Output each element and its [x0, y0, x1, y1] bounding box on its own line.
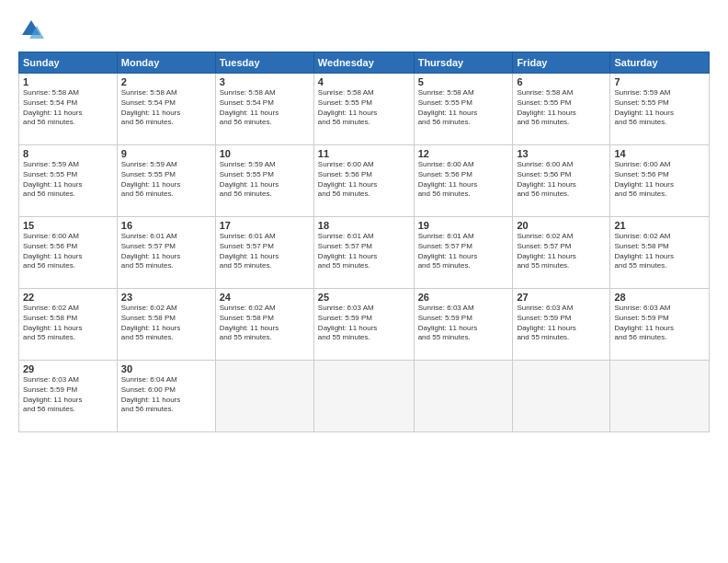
- calendar-cell: 1Sunrise: 5:58 AM Sunset: 5:54 PM Daylig…: [19, 74, 118, 145]
- day-number: 29: [23, 363, 113, 374]
- day-info: Sunrise: 6:00 AM Sunset: 5:56 PM Dayligh…: [318, 160, 410, 200]
- calendar-cell: 6Sunrise: 5:58 AM Sunset: 5:55 PM Daylig…: [513, 74, 610, 145]
- calendar-cell: [513, 361, 610, 432]
- day-info: Sunrise: 5:59 AM Sunset: 5:55 PM Dayligh…: [220, 160, 310, 200]
- day-number: 24: [220, 292, 310, 303]
- day-number: 1: [23, 76, 113, 87]
- day-info: Sunrise: 6:00 AM Sunset: 5:56 PM Dayligh…: [23, 232, 113, 271]
- day-info: Sunrise: 6:02 AM Sunset: 5:57 PM Dayligh…: [517, 232, 606, 271]
- day-info: Sunrise: 6:03 AM Sunset: 5:59 PM Dayligh…: [318, 304, 410, 343]
- day-number: 6: [517, 76, 606, 87]
- day-info: Sunrise: 6:01 AM Sunset: 5:57 PM Dayligh…: [220, 232, 310, 271]
- calendar-cell: 21Sunrise: 6:02 AM Sunset: 5:58 PM Dayli…: [610, 217, 710, 289]
- day-number: 17: [220, 220, 310, 231]
- day-number: 8: [23, 148, 113, 159]
- day-number: 4: [318, 76, 410, 87]
- calendar-cell: 30Sunrise: 6:04 AM Sunset: 6:00 PM Dayli…: [117, 361, 215, 432]
- calendar-table: SundayMondayTuesdayWednesdayThursdayFrid…: [18, 52, 710, 432]
- day-number: 15: [23, 220, 113, 231]
- calendar-cell: 20Sunrise: 6:02 AM Sunset: 5:57 PM Dayli…: [513, 217, 610, 289]
- day-info: Sunrise: 6:03 AM Sunset: 5:59 PM Dayligh…: [614, 304, 705, 343]
- col-header-saturday: Saturday: [610, 52, 710, 74]
- calendar-cell: 18Sunrise: 6:01 AM Sunset: 5:57 PM Dayli…: [313, 217, 414, 289]
- day-number: 25: [318, 292, 410, 303]
- day-info: Sunrise: 6:00 AM Sunset: 5:56 PM Dayligh…: [418, 160, 509, 200]
- calendar-cell: [313, 361, 414, 432]
- calendar-cell: 14Sunrise: 6:00 AM Sunset: 5:56 PM Dayli…: [610, 145, 710, 217]
- day-info: Sunrise: 6:00 AM Sunset: 5:56 PM Dayligh…: [517, 160, 606, 200]
- day-info: Sunrise: 5:58 AM Sunset: 5:54 PM Dayligh…: [23, 88, 113, 128]
- day-info: Sunrise: 5:59 AM Sunset: 5:55 PM Dayligh…: [23, 160, 113, 200]
- day-info: Sunrise: 5:59 AM Sunset: 5:55 PM Dayligh…: [121, 160, 211, 200]
- day-info: Sunrise: 6:02 AM Sunset: 5:58 PM Dayligh…: [614, 232, 705, 271]
- page: SundayMondayTuesdayWednesdayThursdayFrid…: [0, 0, 728, 563]
- calendar-cell: 25Sunrise: 6:03 AM Sunset: 5:59 PM Dayli…: [313, 289, 414, 361]
- day-number: 22: [23, 292, 113, 303]
- day-number: 26: [418, 292, 509, 303]
- day-info: Sunrise: 6:02 AM Sunset: 5:58 PM Dayligh…: [23, 304, 113, 343]
- day-info: Sunrise: 5:58 AM Sunset: 5:54 PM Dayligh…: [220, 88, 310, 128]
- day-number: 13: [517, 148, 606, 159]
- day-info: Sunrise: 6:03 AM Sunset: 5:59 PM Dayligh…: [23, 375, 113, 415]
- day-number: 7: [614, 76, 705, 87]
- day-number: 12: [418, 148, 509, 159]
- calendar-cell: 9Sunrise: 5:59 AM Sunset: 5:55 PM Daylig…: [117, 145, 215, 217]
- day-number: 14: [614, 148, 705, 159]
- col-header-friday: Friday: [513, 52, 610, 74]
- calendar-cell: [610, 361, 710, 432]
- calendar-cell: 5Sunrise: 5:58 AM Sunset: 5:55 PM Daylig…: [414, 74, 513, 145]
- calendar-cell: [414, 361, 513, 432]
- col-header-sunday: Sunday: [19, 52, 118, 74]
- logo-icon: [18, 17, 44, 42]
- day-number: 20: [517, 220, 606, 231]
- calendar-cell: 3Sunrise: 5:58 AM Sunset: 5:54 PM Daylig…: [215, 74, 313, 145]
- calendar-cell: 4Sunrise: 5:58 AM Sunset: 5:55 PM Daylig…: [313, 74, 414, 145]
- day-number: 28: [614, 292, 705, 303]
- calendar-cell: [215, 361, 313, 432]
- calendar-cell: 2Sunrise: 5:58 AM Sunset: 5:54 PM Daylig…: [117, 74, 215, 145]
- calendar-cell: 29Sunrise: 6:03 AM Sunset: 5:59 PM Dayli…: [19, 361, 118, 432]
- day-info: Sunrise: 6:01 AM Sunset: 5:57 PM Dayligh…: [418, 232, 509, 271]
- day-number: 3: [220, 76, 310, 87]
- day-info: Sunrise: 5:58 AM Sunset: 5:54 PM Dayligh…: [121, 88, 211, 128]
- day-info: Sunrise: 6:02 AM Sunset: 5:58 PM Dayligh…: [121, 304, 211, 343]
- calendar-cell: 15Sunrise: 6:00 AM Sunset: 5:56 PM Dayli…: [19, 217, 118, 289]
- day-info: Sunrise: 5:58 AM Sunset: 5:55 PM Dayligh…: [517, 88, 606, 128]
- calendar-cell: 7Sunrise: 5:59 AM Sunset: 5:55 PM Daylig…: [610, 74, 710, 145]
- day-info: Sunrise: 6:00 AM Sunset: 5:56 PM Dayligh…: [614, 160, 705, 200]
- day-number: 9: [121, 148, 211, 159]
- calendar-cell: 12Sunrise: 6:00 AM Sunset: 5:56 PM Dayli…: [414, 145, 513, 217]
- day-number: 18: [318, 220, 410, 231]
- header: [18, 17, 710, 42]
- day-number: 11: [318, 148, 410, 159]
- calendar-cell: 11Sunrise: 6:00 AM Sunset: 5:56 PM Dayli…: [313, 145, 414, 217]
- calendar-cell: 26Sunrise: 6:03 AM Sunset: 5:59 PM Dayli…: [414, 289, 513, 361]
- calendar-cell: 10Sunrise: 5:59 AM Sunset: 5:55 PM Dayli…: [215, 145, 313, 217]
- day-info: Sunrise: 5:59 AM Sunset: 5:55 PM Dayligh…: [614, 88, 705, 128]
- day-number: 21: [614, 220, 705, 231]
- day-info: Sunrise: 6:02 AM Sunset: 5:58 PM Dayligh…: [220, 304, 310, 343]
- day-info: Sunrise: 6:04 AM Sunset: 6:00 PM Dayligh…: [121, 375, 211, 415]
- calendar-cell: 22Sunrise: 6:02 AM Sunset: 5:58 PM Dayli…: [19, 289, 118, 361]
- col-header-thursday: Thursday: [414, 52, 513, 74]
- col-header-monday: Monday: [117, 52, 215, 74]
- day-info: Sunrise: 5:58 AM Sunset: 5:55 PM Dayligh…: [318, 88, 410, 128]
- calendar-cell: 27Sunrise: 6:03 AM Sunset: 5:59 PM Dayli…: [513, 289, 610, 361]
- calendar-cell: 23Sunrise: 6:02 AM Sunset: 5:58 PM Dayli…: [117, 289, 215, 361]
- calendar-cell: 24Sunrise: 6:02 AM Sunset: 5:58 PM Dayli…: [215, 289, 313, 361]
- day-info: Sunrise: 6:03 AM Sunset: 5:59 PM Dayligh…: [517, 304, 606, 343]
- calendar-cell: 17Sunrise: 6:01 AM Sunset: 5:57 PM Dayli…: [215, 217, 313, 289]
- day-info: Sunrise: 6:01 AM Sunset: 5:57 PM Dayligh…: [318, 232, 410, 271]
- day-number: 5: [418, 76, 509, 87]
- day-number: 16: [121, 220, 211, 231]
- day-number: 19: [418, 220, 509, 231]
- day-number: 30: [121, 363, 211, 374]
- logo: [18, 17, 48, 42]
- calendar-cell: 16Sunrise: 6:01 AM Sunset: 5:57 PM Dayli…: [117, 217, 215, 289]
- day-number: 2: [121, 76, 211, 87]
- calendar-cell: 28Sunrise: 6:03 AM Sunset: 5:59 PM Dayli…: [610, 289, 710, 361]
- day-info: Sunrise: 5:58 AM Sunset: 5:55 PM Dayligh…: [418, 88, 509, 128]
- calendar-cell: 8Sunrise: 5:59 AM Sunset: 5:55 PM Daylig…: [19, 145, 118, 217]
- day-number: 10: [220, 148, 310, 159]
- day-info: Sunrise: 6:03 AM Sunset: 5:59 PM Dayligh…: [418, 304, 509, 343]
